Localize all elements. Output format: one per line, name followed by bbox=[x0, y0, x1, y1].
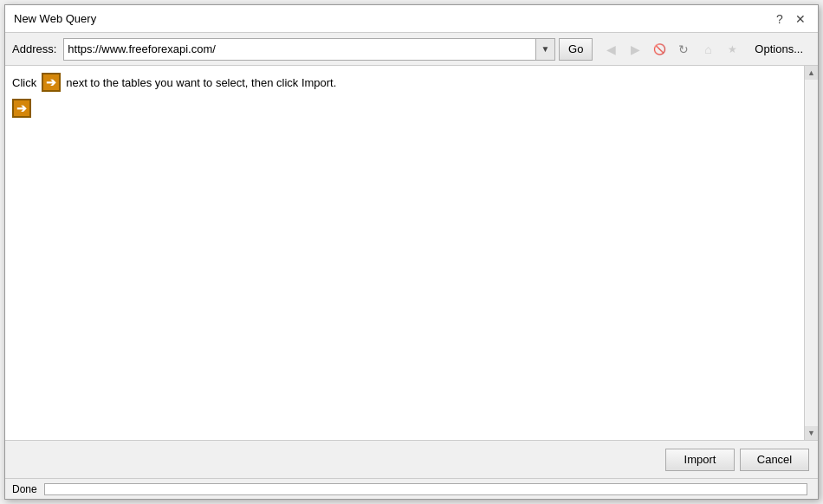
dialog-title: New Web Query bbox=[14, 12, 96, 25]
title-buttons: ? ✕ bbox=[771, 10, 809, 28]
main-content: Click ➔ next to the tables you want to s… bbox=[5, 66, 804, 440]
options-button[interactable]: Options... bbox=[747, 38, 811, 61]
click-label: Click bbox=[12, 76, 36, 89]
import-button[interactable]: Import bbox=[665, 449, 735, 471]
close-button[interactable]: ✕ bbox=[792, 10, 809, 28]
help-button[interactable]: ? bbox=[771, 10, 788, 28]
nav-buttons: ◀ ▶ 🚫 ↻ ⌂ ★ bbox=[599, 38, 743, 61]
address-input-wrapper: ▼ bbox=[63, 38, 555, 61]
favorites-button[interactable]: ★ bbox=[721, 38, 743, 61]
instruction-row: Click ➔ next to the tables you want to s… bbox=[12, 73, 797, 92]
forward-button[interactable]: ▶ bbox=[624, 38, 646, 61]
address-input[interactable] bbox=[64, 39, 535, 60]
toolbar: Address: ▼ Go ◀ ▶ 🚫 ↻ ⌂ ★ bbox=[5, 33, 818, 66]
back-button[interactable]: ◀ bbox=[599, 38, 622, 61]
back-arrow-icon: ◀ bbox=[606, 42, 616, 56]
home-button[interactable]: ⌂ bbox=[697, 38, 719, 61]
refresh-icon: ↻ bbox=[678, 42, 689, 56]
bottom-buttons: Import Cancel bbox=[5, 440, 818, 478]
status-progress-bar bbox=[44, 483, 807, 495]
title-bar: New Web Query ? ✕ bbox=[5, 5, 818, 33]
scroll-up-button[interactable]: ▲ bbox=[805, 66, 819, 80]
instruction-text: next to the tables you want to select, t… bbox=[66, 76, 336, 89]
status-bar: Done bbox=[5, 478, 818, 499]
forward-arrow-icon: ▶ bbox=[631, 42, 640, 56]
status-text: Done bbox=[12, 483, 37, 495]
address-dropdown-button[interactable]: ▼ bbox=[535, 39, 554, 60]
new-web-query-dialog: New Web Query ? ✕ Address: ▼ Go ◀ ▶ 🚫 ↻ bbox=[4, 4, 819, 500]
select-arrow-icon: ➔ bbox=[42, 73, 61, 92]
cancel-button[interactable]: Cancel bbox=[740, 449, 809, 471]
content-area: Click ➔ next to the tables you want to s… bbox=[5, 66, 818, 440]
stop-button[interactable]: 🚫 bbox=[648, 38, 671, 61]
home-icon: ⌂ bbox=[704, 42, 711, 56]
go-button[interactable]: Go bbox=[559, 38, 593, 61]
favorites-icon: ★ bbox=[728, 43, 737, 55]
refresh-button[interactable]: ↻ bbox=[672, 38, 695, 61]
page-arrow-icon[interactable]: ➔ bbox=[12, 99, 31, 118]
vertical-scrollbar: ▲ ▼ bbox=[804, 66, 818, 440]
address-label: Address: bbox=[12, 42, 56, 55]
stop-icon: 🚫 bbox=[653, 43, 666, 55]
scroll-down-button[interactable]: ▼ bbox=[805, 426, 819, 440]
